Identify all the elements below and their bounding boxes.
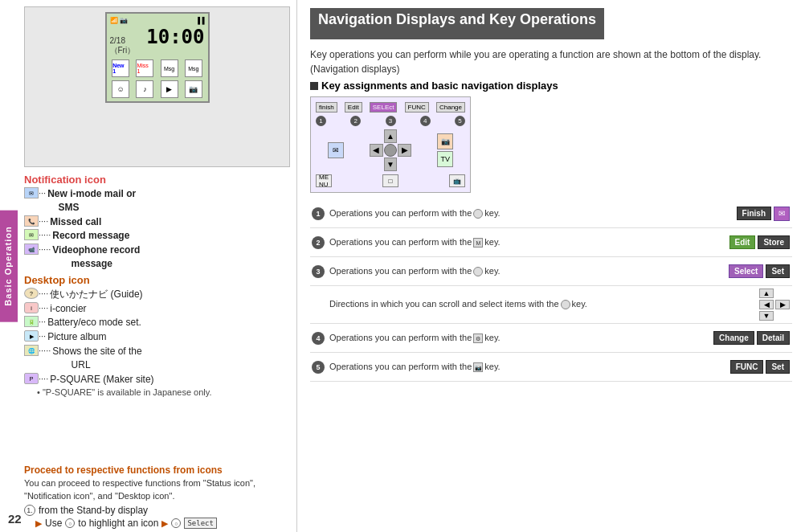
num-3: 3 xyxy=(386,116,396,126)
num-circle-3: 3 xyxy=(312,265,325,278)
ops-desc-3a: Operations you can perform with the key. xyxy=(326,257,688,285)
diag-power-icon: 📺 xyxy=(449,174,465,187)
ops-row-5: 5 Operations you can perform with the 📷 … xyxy=(310,353,792,382)
left-panel: Basic Operation 📶 📷 ▐▐ 2/18（Fri） 10:00 N… xyxy=(0,0,297,532)
site-text: Shows the site of the URL xyxy=(52,345,141,372)
phone-status-bar: 📶 📷 ▐▐ xyxy=(110,17,205,24)
diag-func-label: FUNC xyxy=(405,102,429,113)
proceed-title: Proceed to respective functions from ico… xyxy=(24,464,290,476)
desktop-title: Desktop icon xyxy=(24,274,290,286)
page-number: 22 xyxy=(8,512,22,526)
ops-btns-4: Change Detail xyxy=(688,324,792,352)
ops-desc-3b: Directions in which you can scroll and s… xyxy=(326,286,688,323)
new-mail-text: New i-mode mail or SMS xyxy=(47,187,136,215)
phone-bottom-icons: ☺ ♪ ▶ 📷 xyxy=(110,80,205,98)
ops-num-3a: 3 xyxy=(310,257,326,285)
videophone-icon: 📹 xyxy=(24,243,39,255)
select-op-btn: Select xyxy=(729,264,763,278)
psquare-bullet: "P-SQUARE" is available in Japanese only… xyxy=(37,387,290,398)
arrow-left: ◀ xyxy=(759,300,774,309)
step2-arrow2: ▶ xyxy=(161,518,168,529)
dpad-down: ▼ xyxy=(384,158,398,171)
detail-btn: Detail xyxy=(757,331,790,345)
ops-row-3b: Directions in which you can scroll and s… xyxy=(310,286,792,324)
phone-icon-msg1: Msg xyxy=(161,59,178,77)
desktop-item-psquare: P ···· P-SQUARE (Maker site) xyxy=(24,373,290,387)
phone-icons-row: New 1 Miss 1 Msg Msg xyxy=(110,59,205,77)
new-mail-icon: ✉ xyxy=(24,187,39,198)
ops-num-1: 1 xyxy=(310,199,326,227)
ops-desc-4: Operations you can perform with the ⚙ ke… xyxy=(326,324,688,352)
phone-icon-new1: New 1 xyxy=(112,59,129,77)
key-icon-2: M xyxy=(473,238,483,248)
dpad-empty1 xyxy=(370,129,383,143)
dpad-empty3 xyxy=(370,158,383,171)
operations-table: 1 Operations you can perform with the ke… xyxy=(310,199,792,382)
guide-text: 使いかたナビ (Guide) xyxy=(50,288,142,301)
notification-section: Notification icon ✉ ··· New i-mode mail … xyxy=(18,170,296,461)
page-title: Navigation Displays and Key Operations xyxy=(318,11,596,28)
concier-icon: i xyxy=(24,302,39,313)
key-icon-3b xyxy=(561,300,570,309)
nav-circle-icon2: ○ xyxy=(171,518,181,528)
left-content: 📶 📷 ▐▐ 2/18（Fri） 10:00 New 1 Miss 1 Msg … xyxy=(18,0,296,532)
notif-item-missed: 📞 ···· Missed call xyxy=(24,215,290,229)
desktop-item-battery: 🔋 ··· Battery/eco mode set. xyxy=(24,316,290,329)
ops-btns-2: Edit Store xyxy=(688,228,792,256)
num-4: 4 xyxy=(420,116,431,126)
psquare-text: P-SQUARE (Maker site) xyxy=(50,373,153,387)
missed-call-icon: 📞 xyxy=(24,215,39,227)
dpad-up: ▲ xyxy=(384,129,398,143)
record-msg-icon: ✉ xyxy=(24,229,39,240)
phone-bottom-icon3: ▶ xyxy=(161,80,178,98)
diag-edit-label: Edit xyxy=(345,102,362,113)
right-panel: Navigation Displays and Key Operations K… xyxy=(297,0,805,532)
signal-icons: ▐▐ xyxy=(195,17,204,24)
store-btn: Store xyxy=(758,235,790,249)
ops-row-2: 2 Operations you can perform with the M … xyxy=(310,228,792,257)
psquare-icon: P xyxy=(24,373,39,384)
set-btn-3a: Set xyxy=(766,264,790,278)
diag-envelope-icon: ✉ xyxy=(328,142,344,158)
arrow-buttons: ▲ ◀ ▶ ▼ xyxy=(759,289,790,321)
arrow-right: ▶ xyxy=(775,300,790,309)
videophone-text: Videophone record message xyxy=(52,243,140,271)
diagram-phone-icons: ✉ ▲ ◀ ▶ ▼ 📷 TV xyxy=(316,129,465,171)
ops-row-3a: 3 Operations you can perform with the ke… xyxy=(310,257,792,286)
phone-mockup-area: 📶 📷 ▐▐ 2/18（Fri） 10:00 New 1 Miss 1 Msg … xyxy=(24,6,290,167)
diag-camera-icon: 📷 xyxy=(437,133,453,149)
notif-item-record: ✉ ····· Record message xyxy=(24,229,290,243)
site-icon: 🌐 xyxy=(24,345,39,356)
num-5: 5 xyxy=(455,116,465,126)
ops-btns-3b: ▲ ◀ ▶ ▼ xyxy=(688,286,792,323)
ops-num-3b xyxy=(310,286,326,323)
phone-bottom-icon2: ♪ xyxy=(136,80,153,98)
step2-suffix: to highlight an icon xyxy=(78,518,158,529)
func-btn: FUNC xyxy=(730,360,764,374)
notif-item-videophone: 📹 ····· Videophone record message xyxy=(24,243,290,271)
num-circle-4: 4 xyxy=(312,332,325,345)
finish-btn: Finish xyxy=(737,207,771,220)
step-number: 1. xyxy=(24,505,35,516)
status-icons: 📶 📷 xyxy=(110,17,128,24)
notification-title: Notification icon xyxy=(24,174,290,186)
concier-text: i-concier xyxy=(50,302,86,316)
set-btn-5: Set xyxy=(766,360,790,374)
diag-menu-icon: MENU xyxy=(316,174,332,187)
change-btn: Change xyxy=(713,331,754,345)
phone-icon-msg2: Msg xyxy=(185,59,202,77)
desktop-item-concier: i ···· i-concier xyxy=(24,302,290,316)
proceed-step2: ▶ Use ○ to highlight an icon ▶ ○ Select xyxy=(35,518,290,529)
section-title-row: Key assignments and basic navigation dis… xyxy=(310,80,792,92)
phone-date: 2/18（Fri） xyxy=(110,36,147,56)
ops-row-4: 4 Operations you can perform with the ⚙ … xyxy=(310,324,792,353)
nav-diagram-area: finish Edit SELEct FUNC Change 1 2 3 4 5… xyxy=(310,96,792,193)
key-section-title: Key assignments and basic navigation dis… xyxy=(321,80,558,92)
page-title-container: Navigation Displays and Key Operations xyxy=(310,8,604,39)
battery-icon: 🔋 xyxy=(24,316,39,327)
step2-arrow: ▶ xyxy=(35,518,42,529)
diagram-labels-row: finish Edit SELEct FUNC Change xyxy=(316,102,465,113)
desktop-item-album: ▶ ··· Picture album xyxy=(24,330,290,344)
record-msg-text: Record message xyxy=(52,229,129,243)
dpad-empty2 xyxy=(398,129,411,143)
